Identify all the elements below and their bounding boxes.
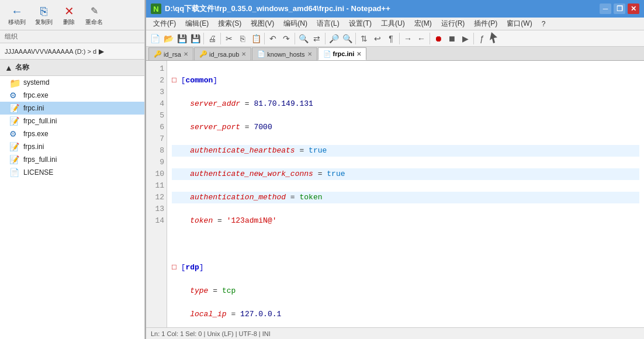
list-item[interactable]: 📄 LICENSE — [0, 166, 144, 179]
file-name: frps.ini — [23, 143, 44, 151]
menu-help[interactable]: ? — [537, 19, 550, 29]
tb-zoom-out[interactable]: 🔍 — [341, 32, 354, 45]
tab-file-icon: 📄 — [323, 50, 331, 58]
section-name: common — [185, 76, 213, 85]
menu-macro[interactable]: 宏(M) — [410, 18, 437, 30]
value: token — [299, 193, 322, 202]
list-item[interactable]: 📝 frps_full.ini — [0, 153, 144, 166]
tb-macro-rec[interactable]: ⏺ — [432, 32, 445, 45]
file-name: systemd — [23, 78, 50, 87]
key: type — [190, 286, 208, 295]
file-name: frpc_full.ini — [23, 117, 57, 125]
toolbar-separator — [399, 33, 400, 44]
tb-macro-play[interactable]: ▶ — [459, 32, 472, 45]
tb-zoom-in[interactable]: 🔎 — [327, 32, 340, 45]
back-button[interactable]: ← 移动到 — [5, 3, 29, 27]
menu-encoding[interactable]: 编码(N) — [279, 18, 312, 30]
tab-close-icon[interactable]: ✕ — [356, 51, 361, 57]
back-icon: ← — [11, 4, 23, 18]
list-item[interactable]: ⚙ frps.exe — [0, 127, 144, 140]
file-list: 📁 systemd ⚙ frpc.exe 📝 frpc.ini 📝 frpc_f… — [0, 76, 144, 339]
tab-file-icon: 📄 — [257, 50, 265, 58]
value: 81.70.149.131 — [254, 99, 313, 108]
menu-plugins[interactable]: 插件(P) — [469, 18, 502, 30]
tb-indent[interactable]: → — [401, 32, 414, 45]
tb-unindent[interactable]: ← — [415, 32, 428, 45]
dir-column-header: ▲ 名称 — [0, 60, 144, 76]
tab-file-icon: 🔑 — [199, 50, 207, 58]
restore-button[interactable]: ❐ — [614, 4, 625, 14]
tb-paste[interactable]: 📋 — [250, 32, 262, 45]
equals: = — [245, 99, 250, 108]
value: '123admiN@' — [227, 216, 277, 225]
copy-button[interactable]: ⎘ 复制到 — [32, 3, 56, 27]
value: true — [327, 170, 345, 178]
back-label: 移动到 — [8, 18, 26, 26]
equals: = — [318, 170, 323, 178]
tb-function-list[interactable]: ƒ — [476, 32, 489, 45]
tb-find[interactable]: 🔍 — [297, 32, 310, 45]
tab-label: id_rsa — [164, 51, 181, 58]
cursor-indicator — [489, 31, 500, 46]
toolbar-separator — [220, 33, 221, 44]
menu-search[interactable]: 搜索(S) — [213, 18, 246, 30]
code-line-9: □ [rdp] — [172, 262, 639, 274]
rename-button[interactable]: ✎ 重命名 — [82, 3, 106, 27]
expand-icon[interactable]: ▲ — [5, 63, 13, 72]
tab-known-hosts[interactable]: 📄 known_hosts ✕ — [252, 47, 317, 60]
menu-edit[interactable]: 编辑(E) — [181, 18, 213, 30]
menu-window[interactable]: 窗口(W) — [502, 18, 536, 30]
tb-macro-stop[interactable]: ⏹ — [445, 32, 458, 45]
list-item[interactable]: 📁 systemd — [0, 76, 144, 89]
tab-id-rsa-pub[interactable]: 🔑 id_rsa.pub ✕ — [194, 47, 251, 60]
tb-open[interactable]: 📂 — [162, 32, 175, 45]
notepadpp-window: N D:\qq下载文件\frp_0.35.0_windows_amd64\frp… — [145, 0, 644, 339]
tb-new[interactable]: 📄 — [148, 32, 161, 45]
code-line-1: □ [common] — [172, 75, 639, 87]
tab-frpc-ini[interactable]: 📄 frpc.ini ✕ — [318, 47, 367, 60]
code-line-7: token = '123admiN@' — [172, 215, 639, 227]
menu-settings[interactable]: 设置(T) — [344, 18, 376, 30]
tb-redo[interactable]: ↷ — [280, 32, 293, 45]
statusbar-text: Ln: 1 Col: 1 Sel: 0 | Unix (LF) | UTF-8 … — [151, 330, 271, 337]
tb-sync-scroll[interactable]: ⇅ — [358, 32, 371, 45]
menu-view[interactable]: 视图(V) — [246, 18, 279, 30]
ini-icon: 📝 — [9, 116, 20, 126]
tb-save-all[interactable]: 💾 — [189, 32, 202, 45]
organize-label: 组织 — [5, 32, 18, 41]
list-item-selected[interactable]: 📝 frpc.ini — [0, 102, 144, 115]
code-line-6: authentication_method = token — [172, 192, 639, 203]
npp-editor[interactable]: 1 2 3 4 5 6 7 8 9 10 11 12 13 14 □ [comm… — [146, 61, 644, 327]
tab-label: frpc.ini — [333, 50, 355, 57]
tb-all-chars[interactable]: ¶ — [385, 32, 397, 45]
menu-tools[interactable]: 工具(U) — [376, 18, 410, 30]
list-item[interactable]: 📝 frpc_full.ini — [0, 115, 144, 127]
key: token — [190, 216, 213, 225]
tb-cut[interactable]: ✂ — [223, 32, 236, 45]
tb-undo[interactable]: ↶ — [266, 32, 279, 45]
tb-print[interactable]: 🖨 — [206, 32, 219, 45]
key: authenticate_new_work_conns — [190, 170, 313, 178]
tab-id-rsa[interactable]: 🔑 id_rsa ✕ — [148, 47, 193, 60]
npp-menubar: 文件(F) 编辑(E) 搜索(S) 视图(V) 编码(N) 语言(L) 设置(T… — [146, 18, 644, 30]
tab-close-icon[interactable]: ✕ — [183, 51, 188, 57]
code-line-5: authenticate_new_work_conns = true — [172, 168, 639, 180]
minimize-button[interactable]: ─ — [600, 4, 611, 14]
value: true — [309, 146, 327, 155]
delete-button[interactable]: ✕ 删除 — [58, 3, 79, 27]
tab-close-icon[interactable]: ✕ — [241, 51, 246, 57]
list-item[interactable]: ⚙ frpc.exe — [0, 89, 144, 102]
file-explorer: ← 移动到 ⎘ 复制到 ✕ 删除 ✎ 重命名 组织 JJJAAAAVVVVAAA… — [0, 0, 145, 339]
tb-replace[interactable]: ⇄ — [310, 32, 323, 45]
exe-icon: ⚙ — [9, 129, 20, 139]
menu-language[interactable]: 语言(L) — [312, 18, 344, 30]
menu-file[interactable]: 文件(F) — [148, 18, 181, 30]
menu-run[interactable]: 运行(R) — [437, 18, 470, 30]
tb-copy[interactable]: ⎘ — [236, 32, 249, 45]
tab-close-icon[interactable]: ✕ — [307, 51, 312, 57]
list-item[interactable]: 📝 frps.ini — [0, 140, 144, 153]
close-button[interactable]: ✕ — [628, 4, 639, 14]
code-editor[interactable]: □ [common] server_addr = 81.70.149.131 s… — [167, 61, 644, 327]
tb-save[interactable]: 💾 — [175, 32, 188, 45]
tb-word-wrap[interactable]: ↩ — [371, 32, 384, 45]
